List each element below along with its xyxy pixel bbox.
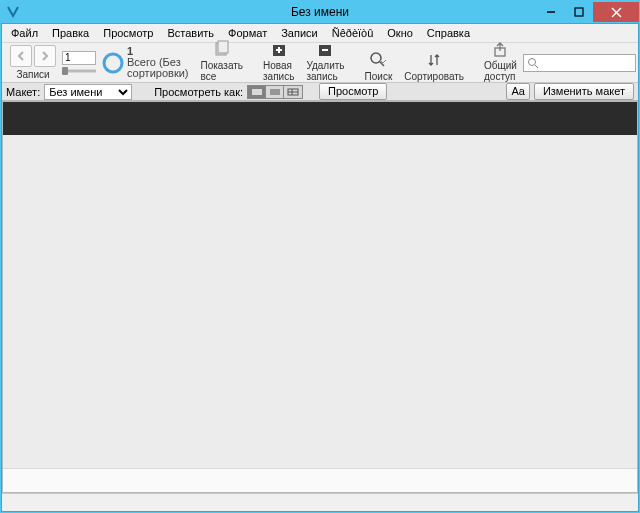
sort-icon [425,51,443,69]
records-total-line2: сортировки) [127,68,189,79]
svg-line-18 [535,65,538,68]
search-box[interactable] [523,54,636,72]
edit-layout-button[interactable]: Изменить макет [534,83,634,100]
next-record-button[interactable] [34,45,56,67]
record-slider[interactable] [62,67,96,75]
content-area [2,101,638,493]
record-index-group [60,51,96,75]
pie-icon [102,52,124,74]
sort-label: Сортировать [404,71,464,82]
menu-window[interactable]: Окно [380,25,420,41]
minus-icon [316,42,334,58]
delete-record-button[interactable]: Удалить запись [300,44,350,82]
records-summary-text: 1 Всего (Без сортировки) [124,46,189,79]
svg-rect-5 [62,67,68,75]
new-record-label: Новая запись [263,60,294,82]
plus-icon [270,42,288,58]
view-list-button[interactable] [266,86,284,98]
layout-header-band [3,102,637,135]
sort-button[interactable]: Сортировать [398,44,470,82]
show-all-label: Показать все [201,60,244,82]
svg-rect-8 [218,41,228,53]
new-record-button[interactable]: Новая запись [257,44,300,82]
app-window: { "title": "Без имени", "menu": ["Файл",… [0,0,640,513]
menu-file[interactable]: Файл [4,25,45,41]
delete-record-label: Удалить запись [306,60,344,82]
svg-point-17 [528,58,535,65]
records-label: Записи [16,69,49,80]
layout-footer-band [3,468,637,492]
window-client: Файл Правка Просмотр Вставить Формат Зап… [1,23,639,512]
view-as-label: Просмотреть как: [154,86,243,98]
view-mode-toggles [247,85,303,99]
view-table-button[interactable] [284,86,302,98]
search-icon [369,51,387,69]
search-input[interactable] [542,57,632,69]
record-index-input[interactable] [62,51,96,65]
menu-scripts[interactable]: Ñêðèïòû [325,25,381,41]
show-all-button[interactable]: Показать все [195,44,250,82]
title-bar: Без имени [1,1,639,23]
find-label: Поиск [365,71,393,82]
preview-button[interactable]: Просмотр [319,83,387,100]
svg-rect-19 [252,89,262,95]
layout-bar: Макет: Без имени Просмотреть как: Просмо… [2,83,638,101]
toolbar: Записи 1 Всего (Без сортировки) Показать… [2,43,638,83]
record-nav: Записи [6,45,60,80]
menu-bar: Файл Правка Просмотр Вставить Формат Зап… [2,24,638,43]
menu-edit[interactable]: Правка [45,25,96,41]
view-form-button[interactable] [248,86,266,98]
status-bar [2,493,638,511]
prev-record-button[interactable] [10,45,32,67]
menu-help[interactable]: Справка [420,25,477,41]
menu-view[interactable]: Просмотр [96,25,160,41]
share-icon [491,42,509,58]
find-button[interactable]: Поиск [359,44,399,82]
stack-icon [213,40,231,58]
window-title: Без имени [1,5,639,19]
svg-point-6 [104,54,122,72]
layout-label: Макет: [6,86,40,98]
aa-button[interactable]: Aa [506,83,529,100]
layout-select[interactable]: Без имени [44,84,132,100]
share-button[interactable]: Общий доступ [478,44,523,82]
layout-body [3,135,637,468]
search-box-icon [527,57,539,69]
svg-point-14 [371,53,381,63]
share-label: Общий доступ [484,60,517,82]
records-summary: 1 Всего (Без сортировки) [96,46,195,79]
menu-records[interactable]: Записи [274,25,325,41]
